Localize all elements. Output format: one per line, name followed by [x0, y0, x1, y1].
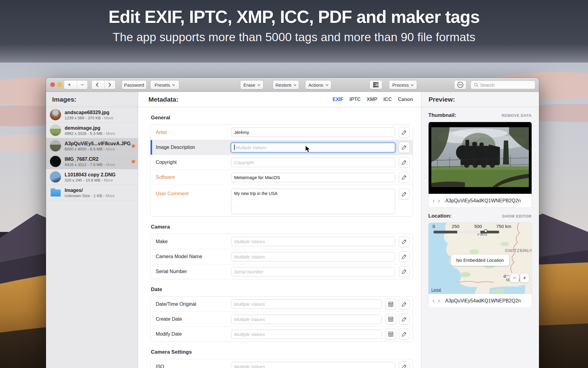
toolbar: + − Password Presets Erase Restore [46, 78, 539, 92]
map-zoom-out-button[interactable]: − [510, 273, 519, 283]
show-editor-button[interactable]: SHOW EDITOR [502, 214, 532, 218]
map-legal-link[interactable]: Legal [431, 287, 441, 292]
more-link[interactable]: More [106, 131, 115, 136]
location-map[interactable]: Paris 0 250 500 750 km SWITZERLA Marseil… [429, 223, 532, 294]
edit-button[interactable] [399, 142, 410, 153]
field-row-image-description: Image Description Multiple Values [151, 140, 413, 155]
field-label: ISO [156, 364, 231, 368]
iso-input[interactable]: Multiple Values [231, 362, 395, 368]
add-image-button[interactable]: + [64, 81, 75, 89]
image-name: andscape68329.jpg [65, 110, 113, 116]
more-options-button[interactable] [454, 80, 466, 89]
more-link[interactable]: More [104, 116, 113, 120]
pencil-icon [402, 302, 407, 307]
edit-button[interactable] [399, 361, 410, 368]
tab-icc[interactable]: ICC [383, 97, 392, 102]
metadata-panel: Metadata: EXIF IPTC XMP ICC Canon Genera… [138, 92, 421, 368]
calendar-button[interactable] [385, 329, 396, 340]
edit-button[interactable] [399, 172, 410, 183]
edit-button[interactable] [399, 299, 410, 310]
edit-button[interactable] [399, 266, 410, 277]
create-date-input[interactable]: Multiple Values [231, 315, 382, 324]
date-card: Date/Time Original Multiple Values [150, 296, 413, 342]
prev-image-button[interactable]: ‹ [433, 298, 435, 304]
process-dropdown[interactable]: Process [389, 80, 417, 89]
text-caret [234, 145, 235, 150]
image-list-item-selected[interactable]: A3pQuViEy5...vIF8cuvA.JPG 6000 x 4000 - … [46, 138, 138, 154]
folder-list-item[interactable]: Images/ Unknown Size - 1 KB - More [46, 185, 138, 200]
next-image-button[interactable]: › [438, 298, 440, 304]
image-meta: 4416 x 3312 - 7.5 MB - [65, 162, 106, 167]
edit-button[interactable] [399, 189, 410, 200]
image-list-item-selected[interactable]: IMG_7687.CR2 4416 x 3312 - 7.5 MB - More [46, 154, 138, 169]
forward-button[interactable] [105, 81, 115, 89]
software-input[interactable]: MetaImage for MacOS [231, 173, 395, 182]
tab-canon[interactable]: Canon [398, 97, 413, 102]
location-filename: A3pQuViEy54adKQ1WNEPB2Q2n [445, 298, 521, 304]
calendar-button[interactable] [385, 314, 396, 325]
sidebar-header: Images: [46, 92, 138, 107]
remove-image-button[interactable]: − [77, 81, 87, 89]
minimize-window-button[interactable] [57, 82, 62, 87]
next-image-button[interactable]: › [438, 197, 440, 204]
more-link[interactable]: More [106, 147, 115, 151]
field-row-serial-number: Serial Number Serial Number [151, 264, 413, 279]
section-title-camera-settings: Camera Settings [151, 349, 413, 355]
section-title-date: Date [151, 287, 413, 293]
artist-input[interactable]: Jérémy [231, 128, 395, 137]
folder-name: Images/ [65, 187, 115, 193]
edit-button[interactable] [399, 127, 410, 138]
thumbnail-image [429, 122, 532, 194]
tab-iptc[interactable]: IPTC [350, 97, 361, 102]
more-link[interactable]: More [106, 162, 115, 167]
image-description-input[interactable]: Multiple Values [231, 143, 395, 152]
image-list-item[interactable]: demoimage.jpg 4992 x 3328 - 5.3 MB - Mor… [46, 123, 138, 138]
serial-number-input[interactable]: Serial Number [231, 267, 395, 276]
pencil-icon [402, 317, 407, 322]
erase-dropdown[interactable]: Erase [240, 80, 263, 89]
user-comment-textarea[interactable]: My new trip in the USA [231, 189, 395, 214]
more-link[interactable]: More [105, 193, 115, 198]
edit-button[interactable] [399, 157, 410, 168]
field-label: Modify Date [156, 331, 231, 337]
copyright-input[interactable]: Copyright [231, 158, 395, 167]
close-window-button[interactable] [50, 82, 55, 87]
map-region-switzerland: SWITZERLA [505, 248, 532, 253]
make-input[interactable]: Multiple Values [231, 237, 395, 246]
image-thumbnail [50, 156, 61, 167]
field-label: Date/Time Original [156, 301, 231, 307]
map-zoom-in-button[interactable]: + [520, 273, 529, 283]
camera-model-input[interactable]: Multiple Values [231, 252, 395, 262]
modify-date-input[interactable]: Multiple Values [231, 330, 382, 339]
view-mode-button[interactable] [369, 80, 382, 89]
edit-button[interactable] [399, 314, 410, 325]
datetime-original-input[interactable]: Multiple Values [231, 299, 382, 309]
tab-xmp[interactable]: XMP [367, 97, 377, 102]
field-label: Serial Number [156, 269, 231, 274]
restore-dropdown[interactable]: Restore [273, 80, 299, 89]
search-input[interactable]: Search [471, 81, 535, 89]
prev-image-button[interactable]: ‹ [433, 197, 435, 204]
image-name: IMG_7687.CR2 [65, 156, 115, 162]
camera-card: Make Multiple Values Camera Model Name M… [150, 234, 413, 279]
field-label: Software [156, 175, 231, 180]
image-meta: 6000 x 4000 - 6.5 MB - [65, 147, 106, 151]
actions-dropdown[interactable]: Actions [305, 80, 331, 89]
more-link[interactable]: More [104, 178, 113, 182]
edit-button[interactable] [399, 329, 410, 340]
password-button[interactable]: Password [122, 80, 147, 89]
image-list-item[interactable]: L1018043 copy 2.DNG 320 x 240 - 10.6 MB … [46, 169, 138, 185]
field-row-create-date: Create Date Multiple Values [151, 312, 413, 327]
edit-button[interactable] [399, 251, 410, 262]
pencil-icon [402, 175, 407, 180]
edit-button[interactable] [399, 236, 410, 247]
metadata-form: General Artist Jérémy Image Description [138, 107, 421, 368]
tab-exif[interactable]: EXIF [333, 97, 344, 102]
calendar-button[interactable] [385, 299, 396, 310]
presets-dropdown[interactable]: Presets [150, 80, 179, 89]
field-row-modify-date: Modify Date Multiple Values [151, 327, 413, 341]
image-list-item[interactable]: andscape68329.jpg 1239 x 569 - 370 KB - … [46, 107, 138, 123]
back-button[interactable] [92, 81, 102, 89]
remove-data-button[interactable]: REMOVE DATA [501, 113, 532, 118]
ellipsis-circle-icon [457, 81, 464, 88]
